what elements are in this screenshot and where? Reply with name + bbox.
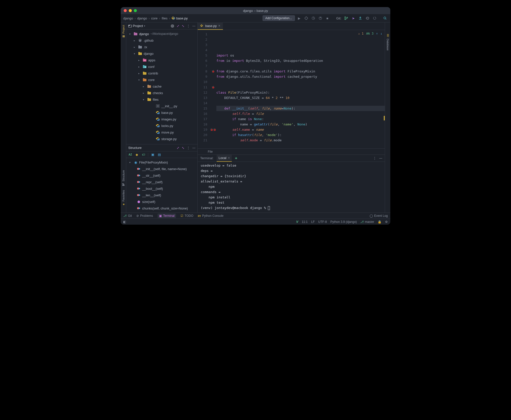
tag-icon[interactable]: 🏷 <box>141 153 145 157</box>
tree-item[interactable]: move.py <box>126 129 197 136</box>
tree-item[interactable]: ▸.github <box>126 37 197 44</box>
sort-type-icon[interactable]: ◆ <box>135 153 139 157</box>
inspection-indicators[interactable]: ⚠ 1 Ꜳ 3 ↑ ↓ <box>358 31 382 36</box>
structure-member[interactable]: __repr__(self) <box>126 179 197 185</box>
file-encoding[interactable]: UTF-8 <box>318 220 327 224</box>
tree-item[interactable]: locks.py <box>126 122 197 129</box>
warning-indicator[interactable]: ⚠ 1 <box>358 31 364 36</box>
tool-event-log[interactable]: ◯Event Log <box>370 214 388 218</box>
tree-item[interactable]: __init__.py <box>126 103 197 109</box>
add-terminal-icon[interactable]: + <box>235 156 237 161</box>
next-highlight-icon[interactable]: ↓ <box>380 31 382 36</box>
python-interpreter[interactable]: Python 3.9 (django) <box>330 220 357 224</box>
minimize-icon[interactable] <box>129 9 132 12</box>
tree-item[interactable]: storage.py <box>126 136 197 142</box>
structure-member[interactable]: ⬢size(self) <box>126 198 197 205</box>
rail-tab-database[interactable]: 🗄Database <box>386 34 390 50</box>
coverage-icon[interactable] <box>311 15 316 21</box>
history-icon[interactable] <box>365 15 370 21</box>
tool-todo[interactable]: ☑TODO <box>181 214 193 218</box>
collapse-icon[interactable]: ⤡ <box>182 24 184 28</box>
code-editor[interactable]: 123456789101112131415161718192021 🐞🐞🐞🐞 ⚠… <box>198 30 385 148</box>
weak-warning-indicator[interactable]: Ꜳ 3 <box>366 31 373 36</box>
project-panel-title[interactable]: Project ▾ <box>128 24 145 28</box>
tree-item[interactable]: ▸conf <box>126 63 197 70</box>
zoom-icon[interactable] <box>134 9 137 12</box>
tree-item[interactable]: ▸checks <box>126 90 197 96</box>
vim-icon[interactable]: V <box>296 220 298 224</box>
breadcrumb-item[interactable]: base.py <box>172 16 188 20</box>
project-tree[interactable]: ▾ django ~/Workspace/django ▸.github▸.tx… <box>126 30 197 144</box>
caret-position[interactable]: 11:1 <box>302 220 308 224</box>
git-push-icon[interactable] <box>357 15 363 21</box>
run-icon[interactable]: ▶ <box>296 15 302 21</box>
tree-root[interactable]: ▾ django ~/Workspace/django <box>126 31 197 37</box>
more-icon[interactable]: ⋮ <box>187 24 190 28</box>
tree-item[interactable]: ▸.tx <box>126 44 197 50</box>
close-icon[interactable]: × <box>228 156 230 160</box>
add-configuration-button[interactable]: Add Configuration... <box>263 15 295 21</box>
debug-icon[interactable] <box>303 15 309 21</box>
rail-tab-favorites[interactable]: ★Favorites <box>122 190 125 206</box>
more-icon[interactable]: ⋮ <box>187 146 190 150</box>
breadcrumb-item[interactable]: files <box>162 16 167 20</box>
rail-tab-project[interactable]: ▦Project <box>122 25 125 38</box>
svg-point-51 <box>139 194 140 196</box>
more-icon[interactable]: ⋮ <box>373 156 376 160</box>
tool-terminal[interactable]: ▣Terminal <box>158 214 176 218</box>
line-gutter: 123456789101112131415161718192021 <box>198 30 210 148</box>
stop-icon[interactable]: ■ <box>325 15 330 21</box>
tree-item[interactable]: base.py <box>126 109 197 116</box>
git-branch-status[interactable]: ⎇master <box>360 220 374 224</box>
chevron-icon: ▾ <box>134 52 137 55</box>
tree-item[interactable]: ▸cache <box>126 83 197 90</box>
tree-item[interactable]: ▸apps <box>126 57 197 63</box>
structure-class[interactable]: ▾ ◉ File(FileProxyMixin) <box>126 159 197 166</box>
tree-item[interactable]: images.py <box>126 116 197 122</box>
breadcrumb-item[interactable]: core <box>151 16 158 20</box>
close-icon[interactable]: × <box>218 24 220 28</box>
sort-alpha-icon[interactable]: AZ <box>128 153 132 157</box>
breadcrumb-item[interactable]: django <box>123 16 133 20</box>
prev-highlight-icon[interactable]: ↑ <box>376 31 378 36</box>
rollback-icon[interactable] <box>372 15 377 21</box>
structure-member[interactable]: __str__(self) <box>126 172 197 179</box>
tool-git[interactable]: ⎇Git <box>123 214 132 218</box>
tree-item[interactable]: ▾files <box>126 96 197 103</box>
tree-item[interactable]: ▾django <box>126 50 197 57</box>
minimize-icon[interactable]: — <box>379 156 382 160</box>
structure-tree[interactable]: ▾ ◉ File(FileProxyMixin) __init__(self, … <box>126 158 197 213</box>
tool-problems[interactable]: ⊘Problems <box>136 214 153 218</box>
tool-window-icon[interactable]: ◧ <box>123 220 126 224</box>
editor-breadcrumb[interactable]: File <box>198 148 385 154</box>
target-icon[interactable] <box>171 24 174 28</box>
ide-settings-icon[interactable]: ⚙ <box>385 220 388 224</box>
minimize-icon[interactable]: — <box>192 24 195 28</box>
tree-item[interactable]: ▾core <box>126 76 197 83</box>
structure-member[interactable]: chunks(self, chunk_size=None) <box>126 205 197 212</box>
search-icon[interactable] <box>382 15 388 21</box>
expand-icon[interactable]: ⤢ <box>177 146 179 150</box>
profile-icon[interactable] <box>318 15 323 21</box>
tree-item[interactable]: ▸contrib <box>126 70 197 76</box>
structure-member[interactable]: __bool__(self) <box>126 185 197 192</box>
breadcrumb-item[interactable]: django <box>137 16 147 20</box>
lock-icon[interactable]: 🔒 <box>378 220 381 224</box>
close-icon[interactable] <box>124 9 127 12</box>
terminal-tab[interactable]: Local × <box>217 155 232 162</box>
rail-tab-structure[interactable]: 🏗Structure <box>122 170 125 186</box>
collapse-icon[interactable]: ⤡ <box>182 146 184 150</box>
minimize-icon[interactable]: — <box>192 146 195 150</box>
expand-icon[interactable]: ⤢ <box>177 24 179 28</box>
git-branch-icon[interactable] <box>343 15 349 21</box>
line-separator[interactable]: LF <box>311 220 315 224</box>
structure-member[interactable]: __init__(self, file, name=None) <box>126 166 197 172</box>
tool-python-console[interactable]: pyPython Console <box>198 214 223 218</box>
structure-member[interactable]: __len__(self) <box>126 192 197 198</box>
filter2-icon[interactable]: ▤ <box>157 153 161 157</box>
filter-icon[interactable]: ▣ <box>151 153 155 157</box>
terminal-output[interactable]: usedevelop = falsedeps =changedir = {tox… <box>198 162 385 213</box>
git-commit-icon[interactable]: ➤ <box>350 15 356 21</box>
editor-tab[interactable]: base.py × <box>198 22 223 30</box>
code-content[interactable]: ⚠ 1 Ꜳ 3 ↑ ↓ import osfrom io import Byte… <box>216 30 385 148</box>
